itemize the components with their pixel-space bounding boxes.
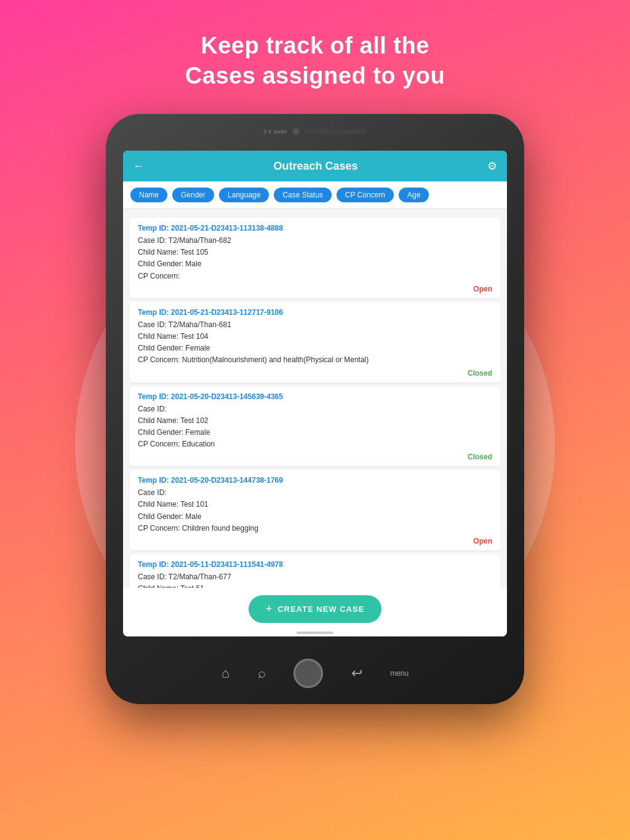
case-3-child-name: Child Name: Test 102: [138, 415, 492, 427]
app-header: ← Outreach Cases ⚙: [123, 151, 507, 181]
filter-button[interactable]: ⚙: [487, 159, 497, 173]
case-card-5[interactable]: Temp ID: 2021-05-11-D23413-111541-4978 C…: [129, 554, 501, 588]
case-4-case-id: Case ID:: [138, 487, 492, 499]
fab-plus-icon: +: [266, 603, 273, 616]
camera-dot: [292, 127, 300, 136]
tablet-screen: ← Outreach Cases ⚙ Name Gender Language …: [123, 151, 507, 636]
hero-line1: Keep track of all the: [0, 31, 630, 61]
case-4-temp-id: Temp ID: 2021-05-20-D23413-144738-1769: [138, 476, 492, 485]
case-1-child-gender: Child Gender: Male: [138, 258, 492, 270]
case-2-status: Closed: [468, 369, 492, 378]
back-icon[interactable]: ↩: [351, 665, 362, 681]
filter-chip-gender[interactable]: Gender: [172, 188, 214, 202]
case-2-child-name: Child Name: Test 104: [138, 331, 492, 343]
case-card-4[interactable]: Temp ID: 2021-05-20-D23413-144738-1769 C…: [129, 470, 501, 550]
tablet-shell: 3.X zoom ← Outreach Cases ⚙ Name Gender …: [106, 114, 524, 704]
home-button[interactable]: [293, 659, 323, 688]
bottom-nav: ⌂ ⌕ ↩ menu: [207, 652, 423, 695]
case-3-child-gender: Child Gender: Female: [138, 427, 492, 438]
case-4-cp-concern: CP Concern: Children found begging: [138, 523, 492, 534]
cases-list: Temp ID: 2021-05-21-D23413-113138-4888 C…: [123, 209, 507, 588]
case-3-cp-concern: CP Concern: Education: [138, 438, 492, 450]
create-new-case-button[interactable]: + CREATE NEW CASE: [249, 595, 382, 623]
home-icon[interactable]: ⌂: [221, 665, 229, 681]
app-screen: ← Outreach Cases ⚙ Name Gender Language …: [123, 151, 507, 636]
case-3-status: Closed: [468, 453, 492, 461]
screen-indicator: [123, 629, 507, 636]
case-4-child-name: Child Name: Test 101: [138, 499, 492, 510]
fab-area: + CREATE NEW CASE: [123, 588, 507, 629]
case-1-temp-id: Temp ID: 2021-05-21-D23413-113138-4888: [138, 224, 492, 232]
sensor-bar: 3.X zoom: [263, 127, 367, 136]
case-card-2[interactable]: Temp ID: 2021-05-21-D23413-112717-9106 C…: [129, 302, 501, 382]
filter-chip-language[interactable]: Language: [219, 188, 269, 202]
hero-line2: Cases assigned to you: [0, 61, 630, 91]
case-5-child-name: Child Name: Test 51: [138, 583, 492, 588]
filter-chip-age[interactable]: Age: [399, 188, 429, 202]
case-4-child-gender: Child Gender: Male: [138, 511, 492, 523]
case-3-case-id: Case ID:: [138, 403, 492, 415]
fab-label: CREATE NEW CASE: [277, 604, 364, 614]
search-icon[interactable]: ⌕: [258, 665, 266, 681]
case-1-child-name: Child Name: Test 105: [138, 247, 492, 258]
menu-label[interactable]: menu: [390, 669, 409, 678]
case-card-1[interactable]: Temp ID: 2021-05-21-D23413-113138-4888 C…: [129, 218, 501, 298]
case-1-case-id: Case ID: T2/Maha/Than-682: [138, 235, 492, 247]
back-button[interactable]: ←: [133, 160, 144, 173]
filter-chip-cpconcern[interactable]: CP Concern: [337, 188, 394, 202]
case-2-temp-id: Temp ID: 2021-05-21-D23413-112717-9106: [138, 308, 492, 317]
screen-title: Outreach Cases: [273, 160, 357, 173]
case-2-case-id: Case ID: T2/Maha/Than-681: [138, 319, 492, 331]
filter-chip-casestatus[interactable]: Case Status: [274, 188, 331, 202]
filter-chip-name[interactable]: Name: [130, 188, 167, 202]
case-card-3[interactable]: Temp ID: 2021-05-20-D23413-145639-4365 C…: [129, 386, 501, 467]
case-1-status: Open: [473, 285, 492, 293]
case-2-child-gender: Child Gender: Female: [138, 343, 492, 354]
camera-label: 3.X zoom: [263, 129, 287, 135]
filter-row: Name Gender Language Case Status CP Conc…: [123, 181, 507, 209]
case-3-temp-id: Temp ID: 2021-05-20-D23413-145639-4365: [138, 392, 492, 401]
case-4-status: Open: [473, 537, 492, 545]
speaker-bar: [305, 130, 367, 133]
case-5-case-id: Case ID: T2/Maha/Than-677: [138, 571, 492, 583]
indicator-line: [297, 632, 333, 634]
case-2-cp-concern: CP Concern: Nutrition(Malnourishment) an…: [138, 354, 492, 366]
case-5-temp-id: Temp ID: 2021-05-11-D23413-111541-4978: [138, 560, 492, 569]
case-1-cp-concern: CP Concern:: [138, 271, 492, 282]
